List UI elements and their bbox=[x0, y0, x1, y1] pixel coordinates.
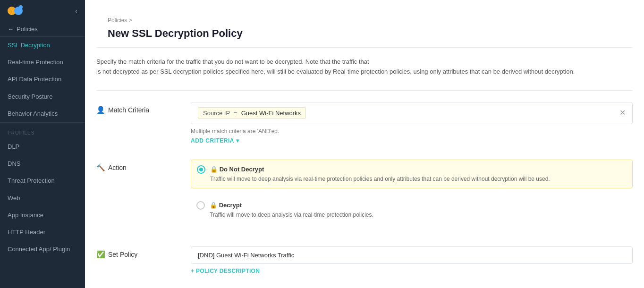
lock-icon-2: 🔒 bbox=[210, 202, 217, 209]
sidebar-item-api-data-protection[interactable]: API Data Protection bbox=[0, 71, 85, 88]
sidebar-item-label: Behavior Analytics bbox=[8, 110, 58, 117]
criteria-chip[interactable]: Source IP = Guest Wi-Fi Networks bbox=[198, 107, 306, 119]
set-policy-label: ✅ Set Policy bbox=[96, 246, 172, 259]
chip-value: Guest Wi-Fi Networks bbox=[241, 110, 301, 117]
criteria-note: Multiple match criteria are 'AND'ed. bbox=[191, 128, 633, 135]
criteria-box: Source IP = Guest Wi-Fi Networks ✕ bbox=[191, 102, 633, 124]
sidebar-item-dlp[interactable]: DLP bbox=[0, 138, 85, 155]
sidebar-item-label: Connected App/ Plugin bbox=[8, 246, 70, 253]
action-decrypt[interactable]: 🔒 Decrypt Traffic will move to deep anal… bbox=[191, 196, 633, 224]
profiles-section-label: PROFILES bbox=[0, 122, 85, 138]
match-criteria-section: 👤 Match Criteria Source IP = Guest Wi-Fi… bbox=[96, 102, 633, 144]
hammer-icon: 🔨 bbox=[96, 163, 105, 172]
match-criteria-label: 👤 Match Criteria bbox=[96, 102, 172, 114]
sidebar-item-connected-app-plugin[interactable]: Connected App/ Plugin bbox=[0, 241, 85, 258]
sidebar-item-label: HTTP Header bbox=[8, 229, 45, 236]
sidebar-logo: ‹ bbox=[0, 0, 85, 22]
sidebar-item-dns[interactable]: DNS bbox=[0, 155, 85, 172]
back-arrow-icon: ← bbox=[8, 25, 14, 33]
set-policy-section: ✅ Set Policy + POLICY DESCRIPTION bbox=[96, 246, 633, 275]
back-label: Policies bbox=[17, 25, 38, 33]
page-title: New SSL Decryption Policy bbox=[96, 25, 633, 48]
chevron-down-icon: ▾ bbox=[236, 137, 239, 144]
sidebar-item-label: SSL Decryption bbox=[8, 42, 50, 49]
action-label: 🔨 Action bbox=[96, 160, 172, 172]
sidebar-item-app-instance[interactable]: App Instance bbox=[0, 207, 85, 224]
policy-description-link[interactable]: + POLICY DESCRIPTION bbox=[191, 268, 260, 274]
sidebar-item-threat-protection[interactable]: Threat Protection bbox=[0, 172, 85, 189]
logo bbox=[8, 7, 27, 15]
sidebar-item-web[interactable]: Web bbox=[0, 190, 85, 207]
action-do-not-decrypt-text: 🔒 Do Not Decrypt Traffic will move to de… bbox=[210, 165, 550, 183]
sidebar-item-ssl-decryption[interactable]: SSL Decryption bbox=[0, 37, 85, 54]
sidebar-item-security-posture[interactable]: Security Posture bbox=[0, 88, 85, 105]
breadcrumb: Policies > bbox=[96, 11, 633, 25]
content-area: Policies > New SSL Decryption Policy Spe… bbox=[85, 0, 644, 288]
sidebar-item-label: Security Posture bbox=[8, 93, 52, 100]
set-policy-content: + POLICY DESCRIPTION bbox=[191, 246, 633, 275]
sidebar-item-http-header[interactable]: HTTP Header bbox=[0, 224, 85, 241]
policy-name-input[interactable] bbox=[191, 246, 633, 264]
criteria-close-button[interactable]: ✕ bbox=[619, 109, 626, 117]
action-decrypt-text: 🔒 Decrypt Traffic will move to deep anal… bbox=[210, 201, 373, 219]
lock-icon: 🔒 bbox=[210, 166, 218, 173]
logo-circle-dot bbox=[19, 5, 23, 9]
action-content: 🔒 Do Not Decrypt Traffic will move to de… bbox=[191, 160, 633, 231]
match-criteria-content: Source IP = Guest Wi-Fi Networks ✕ Multi… bbox=[191, 102, 633, 144]
sidebar: ‹ ← Policies SSL Decryption Real-time Pr… bbox=[0, 0, 85, 288]
main-content: Policies > New SSL Decryption Policy Spe… bbox=[85, 0, 644, 288]
sidebar-item-real-time-protection[interactable]: Real-time Protection bbox=[0, 54, 85, 71]
sidebar-item-label: DNS bbox=[8, 160, 20, 167]
shield-check-icon: ✅ bbox=[96, 250, 105, 259]
sidebar-item-label: App Instance bbox=[8, 212, 43, 219]
description-line1: Specify the match criteria for the traff… bbox=[96, 57, 633, 77]
action-do-not-decrypt[interactable]: 🔒 Do Not Decrypt Traffic will move to de… bbox=[191, 160, 633, 188]
sidebar-item-behavior-analytics[interactable]: Behavior Analytics bbox=[0, 105, 85, 122]
sidebar-item-label: Real-time Protection bbox=[8, 59, 63, 66]
radio-do-not-decrypt[interactable] bbox=[197, 165, 205, 174]
sidebar-item-label: API Data Protection bbox=[8, 76, 61, 83]
radio-decrypt[interactable] bbox=[196, 201, 205, 210]
chip-key: Source IP bbox=[203, 110, 230, 117]
add-criteria-button[interactable]: ADD CRITERIA ▾ bbox=[191, 137, 239, 144]
sidebar-item-label: Web bbox=[8, 195, 20, 202]
section-divider bbox=[96, 90, 633, 91]
person-icon: 👤 bbox=[96, 106, 105, 114]
sidebar-item-label: DLP bbox=[8, 143, 19, 150]
collapse-button[interactable]: ‹ bbox=[75, 7, 77, 15]
chip-eq: = bbox=[234, 110, 237, 117]
sidebar-back-button[interactable]: ← Policies bbox=[0, 22, 85, 37]
action-section: 🔨 Action 🔒 Do Not Decrypt Traffic will m… bbox=[96, 160, 633, 231]
sidebar-item-label: Threat Protection bbox=[8, 177, 55, 184]
